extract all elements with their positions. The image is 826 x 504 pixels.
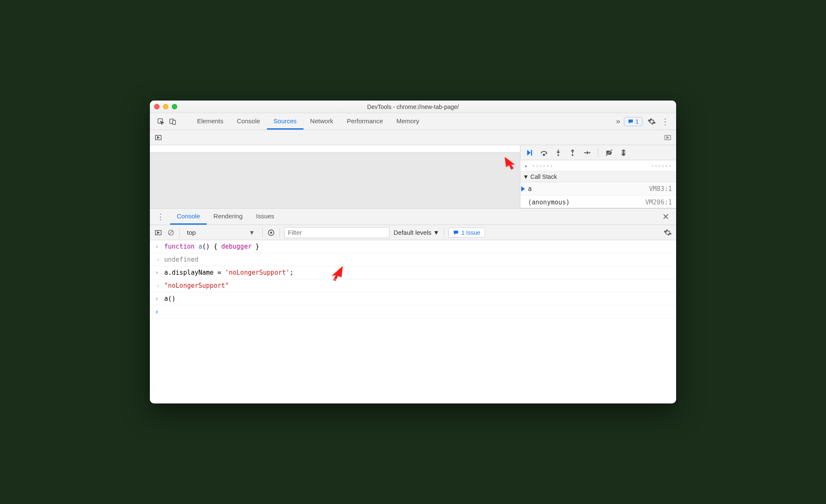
- navigator-toggle-icon[interactable]: [154, 133, 163, 142]
- settings-icon[interactable]: [647, 117, 656, 126]
- svg-point-8: [572, 154, 573, 156]
- console-line-output: ‹undefined: [150, 253, 676, 266]
- step-icon[interactable]: [583, 149, 591, 157]
- window-title: DevTools - chrome://new-tab-page/: [150, 103, 676, 110]
- svg-point-6: [543, 154, 544, 155]
- console-toolbar: top ▼ Default levels ▼ 1 Issue: [150, 225, 676, 240]
- sources-area: ▸ ------------ ▼ Call Stack aVM83:1(anon…: [150, 145, 676, 208]
- debugger-pane: ▸ ------------ ▼ Call Stack aVM83:1(anon…: [520, 145, 676, 208]
- scope-row[interactable]: ▸ ------------: [520, 160, 676, 171]
- step-into-icon[interactable]: [554, 149, 562, 157]
- console-line-input: ›a(): [150, 292, 676, 305]
- call-stack-header[interactable]: ▼ Call Stack: [520, 171, 676, 182]
- filter-input[interactable]: [284, 227, 389, 238]
- step-over-icon[interactable]: [540, 149, 548, 157]
- titlebar: DevTools - chrome://new-tab-page/: [150, 101, 676, 113]
- sources-sub-toolbar: [150, 130, 676, 145]
- svg-point-9: [589, 152, 590, 153]
- annotation-arrow-callstack: [502, 154, 517, 172]
- svg-line-14: [169, 231, 173, 234]
- issues-count: 1: [635, 118, 639, 125]
- device-toggle-icon[interactable]: [168, 117, 177, 126]
- console-body[interactable]: ›function a() { debugger }‹undefined›a.d…: [150, 240, 676, 403]
- context-label: top: [187, 229, 196, 236]
- issues-button[interactable]: 1 Issue: [448, 228, 485, 238]
- tab-console[interactable]: Console: [230, 113, 267, 130]
- svg-rect-2: [173, 120, 176, 125]
- pause-exceptions-icon[interactable]: [619, 149, 628, 157]
- tab-performance[interactable]: Performance: [340, 113, 390, 130]
- tab-sources[interactable]: Sources: [267, 113, 304, 130]
- close-drawer-icon[interactable]: ✕: [658, 212, 674, 222]
- console-line-input: ›function a() { debugger }: [150, 240, 676, 253]
- console-sidebar-toggle-icon[interactable]: [154, 228, 163, 237]
- svg-rect-5: [531, 150, 532, 155]
- tab-elements[interactable]: Elements: [190, 113, 230, 130]
- clear-console-icon[interactable]: [167, 228, 175, 237]
- levels-label: Default levels: [394, 229, 432, 236]
- debugger-toggle-icon[interactable]: [663, 133, 672, 142]
- console-line-prompt[interactable]: ›: [150, 305, 676, 318]
- live-expression-icon[interactable]: [267, 228, 275, 237]
- main-tabs: ElementsConsoleSourcesNetworkPerformance…: [190, 113, 612, 130]
- log-levels-selector[interactable]: Default levels ▼: [394, 229, 440, 236]
- inspect-element-icon[interactable]: [157, 117, 165, 126]
- console-settings-icon[interactable]: [663, 228, 672, 237]
- drawer-tabbar: ⋮ ConsoleRenderingIssues ✕: [150, 208, 676, 225]
- console-line-output: ‹"noLongerSupport": [150, 279, 676, 292]
- call-stack-frame[interactable]: aVM83:1: [520, 182, 676, 196]
- tab-network[interactable]: Network: [304, 113, 340, 130]
- deactivate-breakpoints-icon[interactable]: [605, 149, 613, 157]
- drawer-tab-issues[interactable]: Issues: [249, 209, 281, 225]
- svg-point-16: [270, 231, 272, 233]
- issues-button-label: 1 Issue: [461, 229, 480, 236]
- kebab-menu-icon[interactable]: ⋮: [661, 117, 669, 126]
- drawer-menu-icon[interactable]: ⋮: [152, 212, 168, 221]
- issues-badge[interactable]: 1: [624, 117, 642, 126]
- tab-memory[interactable]: Memory: [390, 113, 426, 130]
- context-selector[interactable]: top ▼: [184, 227, 258, 238]
- step-out-icon[interactable]: [568, 149, 577, 157]
- more-tabs-icon[interactable]: »: [614, 117, 622, 126]
- debugger-toolbar: [520, 145, 676, 160]
- main-tabbar: ElementsConsoleSourcesNetworkPerformance…: [150, 113, 676, 130]
- drawer-tab-rendering[interactable]: Rendering: [207, 209, 249, 225]
- drawer-tab-console[interactable]: Console: [170, 209, 207, 225]
- call-stack-frame[interactable]: (anonymous)VM206:1: [520, 196, 676, 209]
- sources-editor-pane[interactable]: [150, 145, 520, 208]
- resume-icon[interactable]: [525, 149, 534, 157]
- console-line-input: ›a.displayName = 'noLongerSupport';: [150, 266, 676, 279]
- svg-point-7: [557, 154, 559, 156]
- call-stack-label: Call Stack: [530, 173, 557, 180]
